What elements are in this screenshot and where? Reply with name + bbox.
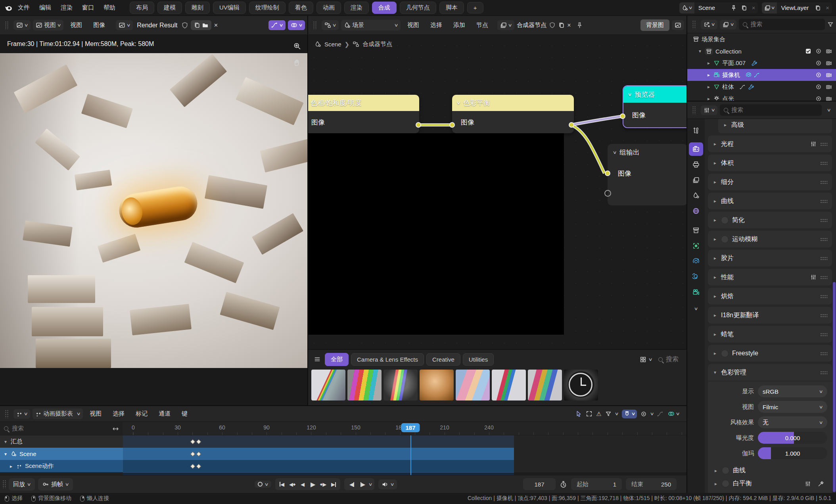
tab-constraints[interactable] (689, 270, 703, 284)
panel-subdivision[interactable]: ▸细分 (708, 174, 832, 190)
drag-dots-icon[interactable] (820, 180, 827, 184)
outliner-row-plane007[interactable]: ▸ 平面.007 (687, 57, 836, 69)
gamma-slider[interactable]: 1.000 (758, 447, 827, 459)
tab-physics[interactable] (689, 255, 703, 268)
outliner-row-camera-selected[interactable]: ▸ 摄像机 (687, 69, 836, 81)
shelf-search[interactable]: 搜索 (658, 355, 679, 364)
balance-output-socket[interactable] (569, 122, 574, 128)
unlink-scene-icon[interactable]: × (749, 4, 758, 11)
asset-thumbnail-7[interactable] (528, 370, 562, 401)
tab-world[interactable] (689, 204, 703, 218)
pan-hand-icon[interactable] (293, 59, 301, 67)
comp-menu-add[interactable]: 添加 (449, 20, 470, 31)
duplicate-image-icon[interactable] (194, 22, 200, 29)
drag-dots-icon[interactable] (820, 314, 827, 317)
tl-menu-view[interactable]: 视图 (85, 408, 106, 419)
snap-magnet-button[interactable]: ∨ (622, 410, 637, 418)
new-viewlayer-icon[interactable] (815, 5, 821, 11)
view-transform-select[interactable]: Filmic∨ (758, 401, 827, 413)
checkbox[interactable] (721, 236, 729, 243)
balance-input-socket[interactable] (449, 122, 455, 128)
render-visibility-icon[interactable] (826, 48, 832, 54)
expand-icon[interactable]: ▸ (706, 84, 711, 90)
channel-scene-action[interactable]: ▸Scene动作 (0, 460, 686, 472)
render-visibility-icon[interactable] (826, 84, 832, 90)
image-name[interactable]: Render Result (135, 22, 179, 29)
remove-viewlayer-icon[interactable]: × (823, 4, 832, 11)
workspace-tab-uv[interactable]: UV编辑 (213, 2, 246, 14)
drag-dots-icon[interactable] (820, 371, 827, 374)
tl-menu-marker[interactable]: 标记 (131, 408, 152, 419)
drag-dots-icon[interactable] (820, 257, 827, 260)
tl-menu-select[interactable]: 选择 (108, 408, 129, 419)
keying-popover[interactable]: 插帧∨ (38, 478, 73, 491)
menu-file[interactable]: 文件 (13, 2, 34, 13)
panel-film[interactable]: ▸胶片 (708, 250, 832, 266)
menu-edit[interactable]: 编辑 (35, 2, 56, 13)
step-back-button[interactable]: ◀ (347, 479, 357, 489)
asset-thumbnail-5[interactable] (456, 370, 490, 401)
tab-object-data[interactable] (689, 286, 703, 299)
drag-handle[interactable] (2, 480, 6, 489)
hue-output-socket[interactable] (416, 122, 421, 128)
playback-popover[interactable]: 回放∨ (9, 478, 35, 491)
properties-scrollbar[interactable] (833, 282, 836, 492)
audio-button[interactable]: ∨ (378, 479, 397, 489)
eyedropper-icon[interactable] (818, 481, 824, 487)
node-group-output[interactable]: ∨组输出 图像 (608, 144, 687, 205)
options-chevron-icon[interactable]: ∨ (826, 108, 831, 112)
asset-thumbnail-clock[interactable] (564, 370, 598, 401)
asset-thumbnail-1[interactable] (311, 370, 345, 401)
expand-icon[interactable]: ▸ (706, 60, 711, 66)
workspace-tab-rendering[interactable]: 渲染 (344, 2, 369, 14)
asset-thumbnail-6[interactable] (492, 370, 526, 401)
panel-grease-pencil[interactable]: ▸蜡笔 (708, 326, 832, 343)
shelf-menu-icon[interactable] (314, 356, 321, 363)
shelf-tab-camera-lens[interactable]: Camera & Lens Effects (351, 353, 424, 366)
drag-handle[interactable] (313, 21, 317, 30)
pin-icon[interactable] (731, 5, 737, 11)
panel-motion-blur[interactable]: ▸运动模糊 (708, 231, 832, 247)
editor-type-button[interactable]: ∨ (13, 20, 31, 30)
checkbox-checked-icon[interactable] (805, 48, 811, 54)
checkbox[interactable] (721, 350, 729, 357)
fake-user-shield-icon[interactable] (181, 22, 188, 29)
drag-dots-icon[interactable] (820, 238, 827, 241)
backdrop-toggle-button[interactable]: 背景图 (640, 19, 669, 31)
auto-key-button[interactable]: ∨ (255, 481, 271, 488)
outliner-row-pointlight[interactable]: ▸ 点光 (687, 93, 836, 102)
image-mode-dropdown[interactable]: 视图∨ (33, 20, 63, 31)
menu-window[interactable]: 窗口 (78, 2, 98, 13)
panel-curves[interactable]: ▸曲线 (708, 193, 832, 209)
panel-i18n-update[interactable]: ▸I18n更新翻译 (708, 307, 832, 324)
stopwatch-icon[interactable] (560, 481, 567, 488)
tab-object[interactable] (689, 239, 703, 253)
warning-icon[interactable]: ⚠ (596, 410, 601, 418)
scene-name[interactable]: Scene (694, 4, 729, 11)
blender-logo-icon[interactable] (4, 4, 13, 12)
expand-icon[interactable]: ▾ (698, 48, 702, 54)
workspace-tab-modeling[interactable]: 建模 (157, 2, 182, 14)
panel-freestyle[interactable]: ▸Freestyle (708, 345, 832, 362)
viewer-input-socket[interactable] (620, 113, 625, 119)
jump-to-end-button[interactable]: ▶ (328, 479, 339, 489)
frame-start-field[interactable]: 起始1 (571, 478, 622, 490)
filter-funnel-icon[interactable] (827, 21, 834, 28)
drag-dots-icon[interactable] (820, 218, 827, 222)
play-reverse-button[interactable]: ◀ (297, 479, 308, 489)
node-tree-name[interactable]: 合成器节点 (517, 21, 546, 29)
drag-dots-icon[interactable] (820, 199, 827, 203)
subpanel-white-balance[interactable]: ▸白平衡 (713, 478, 827, 488)
tab-render[interactable] (689, 142, 703, 156)
outliner-display-mode[interactable]: ∨ (701, 20, 717, 29)
step-forward-button[interactable]: ▶ (358, 479, 368, 489)
menu-render[interactable]: 渲染 (56, 2, 77, 13)
backdrop-image-button[interactable] (672, 20, 684, 30)
fake-user-shield-icon[interactable] (549, 22, 556, 29)
filter-funnel-icon[interactable] (605, 411, 612, 417)
breadcrumb-tree[interactable]: 合成器节点 (362, 40, 392, 48)
channel-summary[interactable]: ▾汇总 (0, 435, 686, 448)
workspace-tab-compositing[interactable]: 合成 (372, 2, 397, 14)
tab-scene[interactable] (689, 189, 703, 202)
collapse-icon[interactable]: ∨ (627, 92, 632, 97)
